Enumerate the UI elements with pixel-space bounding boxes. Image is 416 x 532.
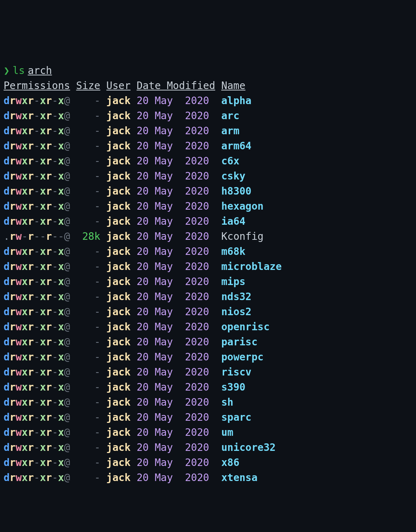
header-permissions: Permissions [4,80,70,92]
date-month: May [155,185,173,197]
file-name: ia64 [221,215,245,227]
user: jack [107,381,131,393]
date-month: May [155,321,173,333]
date-month: May [155,336,173,348]
size: - [76,410,100,425]
permissions: drwxr-xr-x@ [4,380,70,395]
file-name: c6x [221,155,240,167]
date-year: 2020 [185,140,209,152]
date-year: 2020 [185,321,209,333]
date-year: 2020 [185,381,209,393]
file-name: arm64 [221,140,251,152]
date-year: 2020 [185,125,209,137]
permissions: drwxr-xr-x@ [4,410,70,425]
user: jack [107,351,131,363]
date-year: 2020 [185,155,209,167]
user: jack [107,95,131,107]
user: jack [107,185,131,197]
list-row: drwxr-xr-x@ - jack 20 May 2020 nds32 [4,289,412,304]
date-year: 2020 [185,185,209,197]
user: jack [107,321,131,333]
size: - [76,365,100,380]
date-day: 20 [137,442,149,453]
date-month: May [155,381,173,393]
permissions: drwxr-xr-x@ [4,169,70,184]
size: - [76,169,100,184]
date-month: May [155,200,173,212]
file-name: m68k [221,246,245,257]
size: - [76,380,100,395]
date-year: 2020 [185,411,209,423]
date-year: 2020 [185,170,209,182]
size: - [76,154,100,169]
date-year: 2020 [185,246,209,257]
date-month: May [155,306,173,318]
list-row: .rw-r--r--@ 28k jack 20 May 2020 Kconfig [4,229,412,244]
file-name: nios2 [221,306,251,318]
date-month: May [155,426,173,438]
permissions: drwxr-xr-x@ [4,123,70,139]
prompt-line[interactable]: ❯lsarch [4,63,412,78]
size: - [76,199,100,214]
list-row: drwxr-xr-x@ - jack 20 May 2020 alpha [4,93,412,108]
date-day: 20 [137,351,149,363]
date-month: May [155,230,173,242]
header-user: User [107,80,131,92]
size: - [76,319,100,335]
date-day: 20 [137,215,149,227]
file-name: h8300 [221,185,251,197]
permissions: drwxr-xr-x@ [4,470,70,485]
date-day: 20 [137,155,149,167]
list-row: drwxr-xr-x@ - jack 20 May 2020 arc [4,108,412,123]
list-row: drwxr-xr-x@ - jack 20 May 2020 arm [4,123,412,139]
file-name: Kconfig [221,230,264,242]
list-row: drwxr-xr-x@ - jack 20 May 2020 arm64 [4,139,412,154]
list-row: drwxr-xr-x@ - jack 20 May 2020 ia64 [4,214,412,229]
user: jack [107,261,131,272]
permissions: drwxr-xr-x@ [4,259,70,274]
size: - [76,184,100,199]
size: - [76,214,100,229]
date-month: May [155,457,173,468]
date-day: 20 [137,306,149,318]
list-row: drwxr-xr-x@ - jack 20 May 2020 x86 [4,455,412,470]
user: jack [107,110,131,122]
file-name: sh [221,396,233,408]
date-day: 20 [137,261,149,272]
permissions: drwxr-xr-x@ [4,214,70,229]
size: - [76,123,100,139]
date-year: 2020 [185,472,209,484]
date-day: 20 [137,291,149,303]
user: jack [107,472,131,484]
header-date-modified: Date Modified [137,80,215,92]
size: - [76,93,100,108]
user: jack [107,396,131,408]
user: jack [107,125,131,137]
size: - [76,304,100,319]
date-month: May [155,246,173,257]
list-row: drwxr-xr-x@ - jack 20 May 2020 powerpc [4,350,412,365]
file-name: csky [221,170,245,182]
user: jack [107,140,131,152]
date-day: 20 [137,276,149,288]
user: jack [107,306,131,318]
size: - [76,139,100,154]
permissions: drwxr-xr-x@ [4,244,70,259]
date-day: 20 [137,185,149,197]
header-name: Name [221,80,245,92]
user: jack [107,230,131,242]
user: jack [107,336,131,348]
date-month: May [155,155,173,167]
date-month: May [155,140,173,152]
permissions: drwxr-xr-x@ [4,319,70,335]
list-row: drwxr-xr-x@ - jack 20 May 2020 um [4,425,412,440]
date-year: 2020 [185,457,209,468]
user: jack [107,276,131,288]
file-name: arm [221,125,240,137]
size: - [76,274,100,289]
list-row: drwxr-xr-x@ - jack 20 May 2020 csky [4,169,412,184]
date-day: 20 [137,246,149,257]
file-name: riscv [221,366,251,378]
date-month: May [155,170,173,182]
file-name: powerpc [221,351,264,363]
